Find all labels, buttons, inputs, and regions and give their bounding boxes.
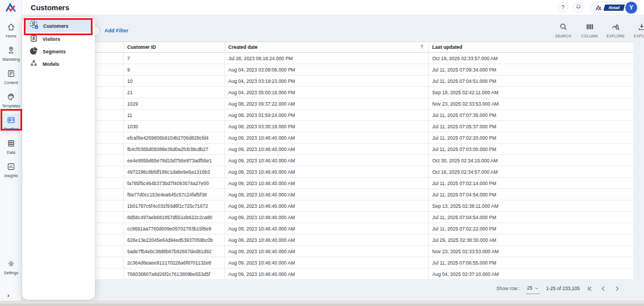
table-header-row: Customer ID Created date Last updated: [22, 41, 633, 53]
table-row[interactable]: 21Aug 04, 2023 05:00:16.000 PMSep 18, 20…: [22, 87, 633, 98]
content-icon: [7, 69, 15, 80]
sidebar: HomeMarketingContentTemplatesProfilesDat…: [0, 0, 22, 306]
cell-created-date: Aug 09, 2023 10:46:40.000 AM: [225, 234, 429, 246]
cell-created-date: Aug 09, 2023 10:46:40.000 AM: [225, 189, 429, 200]
cell-created-date: Aug 09, 2023 10:46:40.000 AM: [225, 166, 429, 178]
cell-customer-id: 21: [124, 87, 225, 98]
table-row[interactable]: 1029Aug 08, 2023 09:37:22.000 AMNov 23, …: [22, 98, 633, 110]
sidebar-item-label: Settings: [4, 271, 18, 275]
customers-table: Customer ID Created date Last updated 7J…: [22, 41, 633, 280]
first-page-button[interactable]: [586, 284, 593, 292]
cell-created-date: Aug 09, 2023 10:46:40.000 AM: [225, 246, 429, 257]
sidebar-item-settings[interactable]: Settings: [0, 255, 22, 279]
table-header-created-date[interactable]: Created date: [225, 42, 429, 53]
cell-customer-id: fb4cf0365d05088e36d0a2fcb39cdb27: [124, 144, 225, 155]
sidebar-item-home[interactable]: Home: [0, 19, 22, 42]
cell-created-date: Aug 08, 2023 03:30:18.000 PM: [225, 121, 429, 132]
table-row[interactable]: cc9691aa7760d009e05702783b15f8e9Aug 09, …: [22, 223, 633, 234]
cell-last-updated: Jul 11, 2025 07:02:14.000 PM: [429, 178, 633, 189]
page-size-select[interactable]: 25: [526, 283, 540, 294]
sidebar-item-label: Home: [6, 34, 16, 38]
sidebar-item-label: Profiles: [4, 127, 19, 131]
cell-customer-id: 626e13e22045e64d94ed53937059bc0b: [124, 234, 225, 246]
search-button[interactable]: SEARCH: [554, 23, 573, 38]
cell-created-date: Aug 04, 2023 05:00:16.000 PM: [225, 87, 429, 98]
table-row[interactable]: fb4cf0365d05088e36d0a2fcb39cdb27Aug 09, …: [22, 144, 633, 155]
templates-icon: [7, 93, 15, 103]
sidebar-item-marketing[interactable]: Marketing: [0, 42, 22, 65]
sidebar-item-label: Marketing: [2, 57, 20, 61]
table-row[interactable]: 766030807a8d26f2c7613809be553d5fAug 09, …: [22, 269, 633, 280]
table-row[interactable]: 5ade7fb4ebc38d8b67b92667ded81d92Aug 09, …: [22, 246, 633, 257]
sidebar-item-content[interactable]: Content: [0, 65, 22, 89]
cell-created-date: Aug 09, 2023 10:46:40.000 AM: [225, 178, 429, 189]
cell-customer-id: 5ade7fb4ebc38d8b67b92667ded81d92: [124, 246, 225, 257]
chevron-down-icon: [534, 283, 539, 293]
cell-last-updated: Jul 11, 2025 07:04:51.000 PM: [429, 76, 633, 87]
sidebar-item-label: Content: [4, 81, 18, 85]
cell-last-updated: Oct 30, 2025 02:34:15.000 AM: [429, 155, 633, 166]
toolbar-action-label: EXPORT: [634, 34, 644, 38]
show-row-label: Show row :: [496, 286, 520, 291]
table-row[interactable]: 8d58c497aeb681857d551eb622c2ca80Aug 09, …: [22, 212, 633, 223]
help-button[interactable]: ?: [558, 2, 568, 12]
notifications-button[interactable]: [573, 2, 583, 12]
export-button[interactable]: EXPORT: [632, 23, 644, 38]
column-button[interactable]: COLUMN: [580, 23, 599, 38]
table-row[interactable]: ee4e955bd65e78d15d756e873adf56e1Aug 09, …: [22, 155, 633, 166]
data-icon: [7, 139, 15, 150]
cell-customer-id: 2c364d6eaee912170226a6f8701132e8: [124, 257, 225, 269]
sidebar-item-profiles[interactable]: Profiles: [0, 112, 22, 135]
cell-created-date: Aug 09, 2023 10:46:40.000 AM: [225, 223, 429, 234]
table-header-customer-id[interactable]: Customer ID: [124, 42, 225, 53]
menu-item-customers[interactable]: Customers: [26, 20, 91, 32]
cell-last-updated: Aug 04, 2025 02:37:10.000 AM: [429, 269, 633, 280]
menu-item-segments[interactable]: Segments: [26, 45, 91, 58]
cell-customer-id: 11: [124, 110, 225, 121]
sidebar-item-data[interactable]: Data: [0, 135, 22, 158]
topbar: Customers ? Retail Y: [22, 0, 644, 15]
cell-created-date: Aug 09, 2023 10:46:40.000 AM: [225, 212, 429, 223]
app-logo-icon: [5, 3, 16, 15]
sidebar-expand-arrow[interactable]: ›: [7, 292, 9, 299]
menu-item-models[interactable]: Models: [26, 58, 91, 70]
cell-last-updated: Oct 16, 2025 02:34:57.000 AM: [429, 166, 633, 178]
table-row[interactable]: 9Aug 04, 2023 03:09:06.000 PMJul 11, 202…: [22, 64, 633, 76]
user-avatar[interactable]: Y: [625, 2, 637, 14]
table-row[interactable]: 11Aug 08, 2023 01:59:24.000 PMJul 11, 20…: [22, 110, 633, 121]
cell-created-date: Aug 09, 2023 10:46:40.000 AM: [225, 155, 429, 166]
cell-created-date: Aug 09, 2023 10:46:40.000 AM: [225, 132, 429, 144]
next-page-button[interactable]: [613, 284, 621, 292]
cell-created-date: Jul 26, 2023 06:16:24.000 PM: [225, 53, 429, 64]
table-header-last-updated[interactable]: Last updated: [429, 42, 633, 53]
table-row[interactable]: 4972296c8bfdf186c1da8e9e6a1316b3Aug 09, …: [22, 166, 633, 178]
cell-customer-id: 766030807a8d26f2c7613809be553d5f: [124, 269, 225, 280]
table-row[interactable]: fa785f5c464b373bd7f4093574a27e00Aug 09, …: [22, 178, 633, 189]
toolbar-action-label: SEARCH: [555, 34, 571, 38]
add-filter-button[interactable]: Add Filter: [104, 28, 128, 33]
cell-customer-id: 8d58c497aeb681857d551eb622c2ca80: [124, 212, 225, 223]
sidebar-item-insights[interactable]: Insights: [0, 158, 22, 182]
explore-button[interactable]: EXPLORE: [606, 23, 625, 38]
export-icon: [638, 23, 644, 33]
menu-item-label: Customers: [43, 23, 68, 29]
table-row[interactable]: 10Aug 04, 2023 03:19:23.000 PMJul 11, 20…: [22, 76, 633, 87]
previous-page-button[interactable]: [599, 284, 607, 292]
home-icon: [7, 23, 15, 33]
table-row[interactable]: f9a77d0cc153e4ea645c57c24faf5f38Aug 09, …: [22, 189, 633, 200]
cell-customer-id: cc9691aa7760d009e05702783b15f8e9: [124, 223, 225, 234]
table-row[interactable]: 626e13e22045e64d94ed53937059bc0bAug 09, …: [22, 234, 633, 246]
table-row[interactable]: 7Jul 26, 2023 06:16:24.000 PMOct 19, 202…: [22, 53, 633, 64]
sort-ascending-icon[interactable]: [419, 44, 425, 51]
bell-icon: [575, 3, 582, 11]
cell-last-updated: Jul 11, 2025 07:05:37.000 PM: [429, 121, 633, 132]
table-row[interactable]: 2c364d6eaee912170226a6f8701132e8Aug 09, …: [22, 257, 633, 269]
sidebar-item-templates[interactable]: Templates: [0, 89, 22, 112]
table-row[interactable]: 1030Aug 08, 2023 03:30:18.000 PMJul 11, …: [22, 121, 633, 132]
table-row[interactable]: 1b01787c6f4c031f93d6f1c725c71672Aug 09, …: [22, 200, 633, 212]
cell-created-date: Aug 09, 2023 10:46:40.000 AM: [225, 200, 429, 212]
table-row[interactable]: efcaf9e4269806b9104b2706d828cfd4Aug 09, …: [22, 132, 633, 144]
cell-created-date: Aug 08, 2023 09:37:22.000 AM: [225, 98, 429, 110]
cell-last-updated: Nov 23, 2025 02:33:53.000 AM: [429, 98, 633, 110]
menu-item-visitors[interactable]: Visitors: [26, 33, 91, 45]
